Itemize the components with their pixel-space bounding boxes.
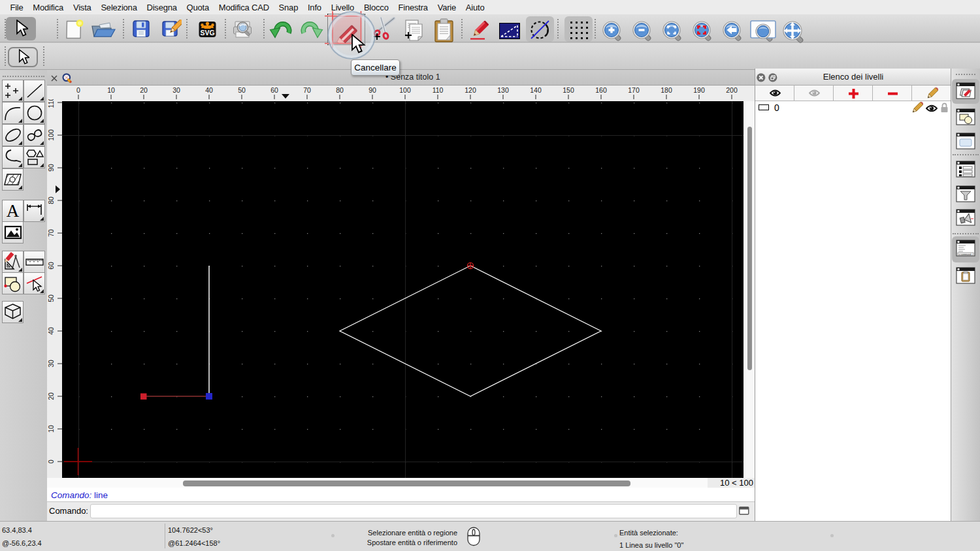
svg-text:70: 70 bbox=[303, 86, 311, 94]
svg-text:50: 50 bbox=[47, 294, 55, 302]
svg-text:150: 150 bbox=[563, 86, 574, 94]
svg-text:40: 40 bbox=[47, 327, 55, 335]
svg-text:40: 40 bbox=[205, 86, 213, 94]
svg-text:SVG: SVG bbox=[200, 29, 214, 37]
svg-text:160: 160 bbox=[595, 86, 607, 94]
svg-text:20: 20 bbox=[140, 86, 148, 94]
svg-text:180: 180 bbox=[661, 86, 672, 94]
svg-text:10: 10 bbox=[47, 425, 55, 433]
svg-text:30: 30 bbox=[172, 86, 180, 94]
svg-text:80: 80 bbox=[336, 86, 344, 94]
svg-text:100: 100 bbox=[47, 129, 55, 141]
svg-text:70: 70 bbox=[47, 229, 55, 237]
svg-text:190: 190 bbox=[693, 86, 705, 94]
svg-text:c command: c command bbox=[959, 253, 971, 256]
svg-text:30: 30 bbox=[47, 360, 55, 368]
svg-text:140: 140 bbox=[530, 86, 542, 94]
svg-text:50: 50 bbox=[238, 86, 246, 94]
svg-text:0: 0 bbox=[76, 86, 80, 94]
svg-text:100: 100 bbox=[399, 86, 411, 94]
svg-text:90: 90 bbox=[368, 86, 376, 94]
svg-text:120: 120 bbox=[465, 86, 476, 94]
svg-text:110: 110 bbox=[47, 99, 55, 108]
svg-text:20: 20 bbox=[47, 392, 55, 400]
svg-text:200: 200 bbox=[726, 86, 738, 94]
svg-text:90: 90 bbox=[47, 164, 55, 172]
svg-text:60: 60 bbox=[47, 262, 55, 270]
svg-text:130: 130 bbox=[497, 86, 509, 94]
svg-text:0: 0 bbox=[47, 460, 55, 464]
svg-text:60: 60 bbox=[270, 86, 278, 94]
svg-text:10: 10 bbox=[107, 86, 115, 94]
svg-text:170: 170 bbox=[628, 86, 640, 94]
svg-text:110: 110 bbox=[433, 86, 444, 94]
svg-text:80: 80 bbox=[47, 197, 55, 204]
